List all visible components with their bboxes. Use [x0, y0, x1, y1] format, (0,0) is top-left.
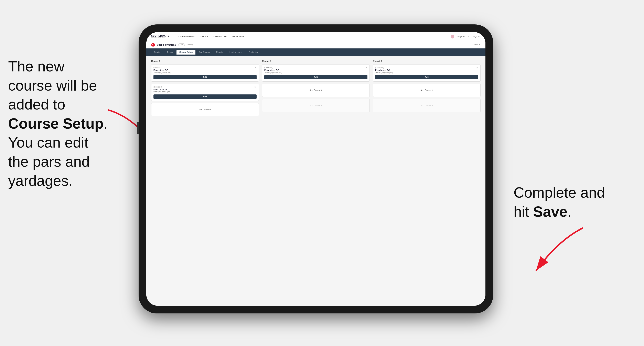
tournament-bar: C Clippd Invitational Men Hosting Cancel…: [146, 41, 486, 48]
round-2-course-a-label: (Course A): [264, 67, 368, 69]
tab-course-setup[interactable]: Course Setup: [176, 50, 196, 54]
round-2-column: Round 2 ✕ (Course A) Peachtree GC Yellow…: [262, 60, 370, 118]
nav-tournaments[interactable]: TOURNAMENTS: [178, 35, 194, 38]
tablet-side-button: [137, 122, 139, 134]
nav-teams[interactable]: TEAMS: [200, 35, 208, 38]
cancel-button[interactable]: Cancel ✕: [472, 43, 480, 46]
main-content: Round 1 ✕ (Course A) Peachtree GC Yellow…: [146, 56, 486, 122]
tournament-logo: C: [151, 43, 155, 47]
round-3-add-course-button[interactable]: Add Course +: [373, 84, 480, 97]
round-3-add-course-disabled: Add Course +: [373, 99, 480, 112]
tab-leaderboards[interactable]: Leaderboards: [226, 50, 245, 54]
tablet-screen: SCOREBOARD Powered by clippd TOURNAMENTS…: [146, 32, 486, 306]
round-1-column: Round 1 ✕ (Course A) Peachtree GC Yellow…: [151, 60, 259, 118]
tab-results[interactable]: Results: [214, 50, 226, 54]
round-3-column: Round 3 ✕ (Course A) Peachtree GC Yellow…: [373, 60, 480, 118]
round-1-course-b-label: (Course B): [154, 86, 256, 88]
sign-out-link[interactable]: Sign out: [473, 35, 480, 38]
tournament-gender-badge: Men: [178, 43, 185, 46]
annotation-line5: You can edit: [8, 134, 88, 151]
brand-subtitle: Powered by clippd: [151, 37, 169, 38]
annotation-line2: course will be: [8, 77, 97, 94]
round-1-course-a-label: (Course A): [154, 67, 256, 69]
round-1-course-b-delete-icon[interactable]: ✕: [254, 85, 257, 89]
tab-details[interactable]: Details: [151, 50, 163, 54]
round-1-course-b-card: ✕ (Course B) East Lake GC Black (M) (689…: [151, 84, 259, 101]
round-3-course-a-label: (Course A): [375, 67, 478, 69]
brand: SCOREBOARD Powered by clippd: [151, 35, 169, 38]
tab-teams[interactable]: Teams: [164, 50, 176, 54]
round-1-title: Round 1: [151, 60, 259, 62]
right-arrow: [526, 224, 591, 277]
round-1-course-b-name: East Lake GC: [154, 88, 256, 91]
tablet-shell: SCOREBOARD Powered by clippd TOURNAMENTS…: [138, 24, 493, 314]
round-1-course-a-card: ✕ (Course A) Peachtree GC Yellow (M) (66…: [151, 64, 259, 82]
round-3-course-a-delete-icon[interactable]: ✕: [476, 66, 479, 69]
nav-rankings[interactable]: RANKINGS: [232, 35, 244, 38]
annotation-line3: added to: [8, 96, 65, 113]
round-3-course-a-name: Peachtree GC: [375, 69, 478, 71]
tab-bar: Details Teams Course Setup Tee Groups Re…: [146, 48, 486, 56]
nav-committee[interactable]: COMMITTEE: [214, 35, 227, 38]
round-2-course-a-details: Yellow (M) (6629 yds): [264, 71, 368, 73]
round-3-title: Round 3: [373, 60, 480, 62]
brand-title: SCOREBOARD: [151, 35, 169, 37]
app-content: SCOREBOARD Powered by clippd TOURNAMENTS…: [146, 32, 486, 306]
annotation-right-save: Save: [533, 203, 567, 220]
round-2-add-course-button[interactable]: Add Course +: [262, 84, 370, 97]
pipe-separator: |: [471, 35, 472, 38]
tab-tee-groups[interactable]: Tee Groups: [196, 50, 212, 54]
rounds-container: Round 1 ✕ (Course A) Peachtree GC Yellow…: [151, 60, 480, 118]
round-2-add-course-disabled: Add Course +: [262, 99, 370, 112]
annotation-right-line2: hit: [514, 203, 533, 220]
round-1-course-b-edit-button[interactable]: Edit: [154, 94, 256, 99]
annotation-line6: the pars and: [8, 154, 90, 170]
round-2-course-a-edit-button[interactable]: Edit: [264, 75, 368, 79]
round-1-add-course-button[interactable]: Add Course +: [151, 103, 259, 116]
right-annotation: Complete and hit Save.: [514, 183, 632, 221]
avatar: [450, 35, 454, 38]
annotation-line4-bold: Course Setup: [8, 115, 104, 132]
round-1-course-a-delete-icon[interactable]: ✕: [254, 66, 257, 69]
annotation-line1: The new: [8, 58, 64, 74]
top-nav: SCOREBOARD Powered by clippd TOURNAMENTS…: [146, 32, 486, 41]
round-2-course-a-delete-icon[interactable]: ✕: [364, 66, 368, 69]
round-1-course-a-name: Peachtree GC: [154, 69, 256, 71]
round-1-course-a-edit-button[interactable]: Edit: [154, 75, 256, 79]
nav-right: blair@clippd.io | Sign out: [450, 35, 480, 38]
annotation-line7: yardages.: [8, 173, 72, 189]
user-email: blair@clippd.io: [456, 35, 469, 38]
tab-printables[interactable]: Printables: [246, 50, 260, 54]
round-2-title: Round 2: [262, 60, 370, 62]
round-2-course-a-name: Peachtree GC: [264, 69, 368, 71]
annotation-right-line1: Complete and: [514, 184, 605, 201]
round-1-course-b-details: Black (M) (6891 yds): [154, 91, 256, 93]
tournament-name[interactable]: Clippd Invitational: [157, 43, 176, 46]
round-1-course-a-details: Yellow (M) (6629 yds): [154, 71, 256, 73]
tournament-status: Hosting: [187, 44, 193, 46]
round-3-course-a-card: ✕ (Course A) Peachtree GC Yellow (M) (66…: [373, 64, 480, 82]
round-2-course-a-card: ✕ (Course A) Peachtree GC Yellow (M) (66…: [262, 64, 370, 82]
round-3-course-a-details: Yellow (M) (6629 yds): [375, 71, 478, 73]
round-3-course-a-edit-button[interactable]: Edit: [375, 75, 478, 79]
